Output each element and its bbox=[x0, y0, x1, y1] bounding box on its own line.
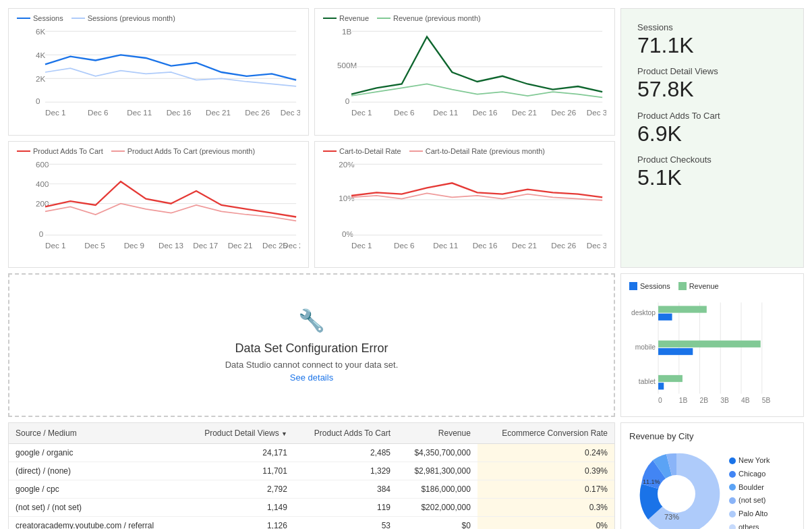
see-details-link[interactable]: See details bbox=[290, 372, 333, 383]
revenue-legend: Revenue Revenue (previous month) bbox=[323, 14, 606, 22]
table-cell: 1,126 bbox=[183, 517, 294, 529]
cart-legend-item1: Cart-to-Detail Rate bbox=[323, 147, 401, 155]
pie-label-notset: (not set) bbox=[738, 494, 765, 507]
adds-line-icon bbox=[17, 150, 30, 152]
svg-text:Dec 1: Dec 1 bbox=[45, 241, 65, 250]
sessions-legend-item2: Sessions (previous month) bbox=[71, 14, 175, 22]
pie-large-percent: 73% bbox=[664, 513, 679, 521]
col-header-patc: Product Adds To Cart bbox=[294, 423, 397, 444]
pie-small-percent: 11.1% bbox=[643, 478, 660, 485]
svg-text:Dec 21: Dec 21 bbox=[512, 241, 537, 250]
cart-legend-label2: Cart-to-Detail Rate (previous month) bbox=[426, 147, 545, 155]
adds-legend: Product Adds To Cart Product Adds To Car… bbox=[17, 147, 300, 155]
svg-text:5B: 5B bbox=[762, 397, 771, 404]
table-cell: 0.24% bbox=[477, 444, 614, 462]
svg-text:0: 0 bbox=[39, 229, 44, 238]
table-cell: 1,329 bbox=[294, 462, 397, 480]
bar-revenue-label: Revenue bbox=[689, 282, 719, 290]
adds-legend-item1: Product Adds To Cart bbox=[17, 147, 103, 155]
table-cell: google / cpc bbox=[9, 480, 183, 499]
sessions-chart-panel: Sessions Sessions (previous month) 6K 4K… bbox=[8, 8, 309, 136]
pie-chart-panel: Revenue by City 73% 11.1% bbox=[620, 422, 804, 529]
cart-legend-item2: Cart-to-Detail Rate (previous month) bbox=[409, 147, 545, 155]
table-cell: (direct) / (none) bbox=[9, 462, 183, 480]
pie-label-paloalto: Palo Alto bbox=[738, 507, 767, 521]
svg-text:Dec 31: Dec 31 bbox=[587, 241, 606, 250]
svg-text:4K: 4K bbox=[36, 51, 45, 59]
table-cell: 0% bbox=[477, 517, 614, 529]
data-table: Source / Medium Product Detail Views ▼ P… bbox=[9, 423, 614, 529]
svg-text:Dec 6: Dec 6 bbox=[394, 108, 414, 117]
svg-text:Dec 31: Dec 31 bbox=[587, 108, 606, 117]
revenue-legend-item2: Revenue (previous month) bbox=[377, 14, 481, 22]
svg-text:2K: 2K bbox=[36, 74, 45, 83]
svg-text:0%: 0% bbox=[342, 229, 353, 238]
table-cell: 2,485 bbox=[294, 444, 397, 462]
cart-rate-svg: 20% 10% 0% Dec 1 Dec 6 Dec 11 Dec 16 Dec… bbox=[323, 158, 606, 260]
adds-svg: 600 400 200 0 Dec 1 Dec 5 Dec 9 Dec 13 D… bbox=[17, 158, 300, 260]
adds-legend-item2: Product Adds To Cart (previous month) bbox=[111, 147, 255, 155]
pie-container: 73% 11.1% New York Chicago Boulder bbox=[629, 447, 795, 529]
sessions-stat-value: 71.1K bbox=[637, 32, 787, 58]
table-cell: $186,000,000 bbox=[397, 480, 477, 499]
adds-legend-label2: Product Adds To Cart (previous month) bbox=[127, 147, 255, 155]
col-header-pdv: Product Detail Views ▼ bbox=[183, 423, 294, 444]
pie-legend-others: others bbox=[729, 521, 770, 529]
bar-revenue-legend: Revenue bbox=[678, 282, 719, 290]
sort-icon: ▼ bbox=[281, 430, 287, 437]
wrench-icon: 🔧 bbox=[298, 308, 325, 333]
dashboard: Sessions Sessions (previous month) 6K 4K… bbox=[0, 0, 812, 529]
cart-line-icon bbox=[323, 150, 337, 152]
pie-legend-chicago: Chicago bbox=[729, 468, 770, 481]
bar-chart-svg: desktop mobile tablet 0 1B 2B 3B 4B 5B bbox=[629, 296, 795, 406]
table-cell: $4,350,700,000 bbox=[397, 444, 477, 462]
bar-chart-legend: Sessions Revenue bbox=[629, 282, 795, 290]
svg-text:0: 0 bbox=[658, 397, 662, 404]
sessions-line-icon bbox=[17, 18, 30, 19]
cart-legend-label1: Cart-to-Detail Rate bbox=[339, 147, 401, 155]
patc-stat-value: 6.9K bbox=[637, 121, 787, 146]
table-cell: google / organic bbox=[9, 444, 183, 462]
table-row: google / organic24,1712,485$4,350,700,00… bbox=[9, 444, 614, 462]
svg-text:1B: 1B bbox=[679, 397, 688, 404]
svg-text:Dec 31: Dec 31 bbox=[281, 108, 300, 117]
table-cell: 2,792 bbox=[183, 480, 294, 499]
col-header-revenue: Revenue bbox=[397, 423, 477, 444]
pie-donut-hole bbox=[658, 475, 695, 513]
svg-text:Dec 11: Dec 11 bbox=[433, 241, 458, 250]
desktop-revenue-bar bbox=[658, 306, 707, 313]
sessions-legend-item1: Sessions bbox=[17, 14, 63, 22]
svg-text:3B: 3B bbox=[720, 397, 729, 404]
bar-chart-panel: Sessions Revenue desktop mobile tablet 0… bbox=[620, 273, 804, 417]
pdv-stat-label: Product Detail Views bbox=[637, 66, 787, 76]
pie-legend-paloalto: Palo Alto bbox=[729, 507, 770, 521]
sessions-legend-label2: Sessions (previous month) bbox=[88, 14, 175, 22]
desktop-sessions-bar bbox=[658, 314, 672, 321]
revenue-prev-line-icon bbox=[377, 18, 390, 19]
svg-text:6K: 6K bbox=[36, 27, 45, 36]
pie-chart-title: Revenue by City bbox=[629, 431, 795, 441]
svg-text:Dec 16: Dec 16 bbox=[473, 108, 498, 117]
svg-text:Dec 11: Dec 11 bbox=[433, 108, 458, 117]
pie-dot-chicago bbox=[729, 471, 736, 478]
col-header-ecr: Ecommerce Conversion Rate bbox=[477, 423, 614, 444]
svg-text:Dec 6: Dec 6 bbox=[394, 241, 414, 250]
pie-dot-others bbox=[729, 524, 736, 529]
svg-text:Dec 1: Dec 1 bbox=[45, 108, 65, 117]
tablet-sessions-bar bbox=[658, 383, 664, 389]
table-cell: 0.17% bbox=[477, 480, 614, 499]
pdv-stat-value: 57.8K bbox=[637, 76, 787, 102]
svg-text:Dec 29: Dec 29 bbox=[283, 241, 300, 250]
bar-sessions-legend: Sessions bbox=[629, 282, 670, 290]
error-panel: 🔧 Data Set Configuration Error Data Stud… bbox=[8, 273, 615, 417]
table-row: (direct) / (none)11,7011,329$2,981,300,0… bbox=[9, 462, 614, 480]
bar-revenue-icon bbox=[678, 282, 687, 290]
sessions-svg: 6K 4K 2K 0 Dec 1 Dec 6 Dec 11 Dec 16 Dec… bbox=[17, 25, 300, 128]
svg-text:Dec 9: Dec 9 bbox=[124, 241, 144, 250]
revenue-svg: 1B 500M 0 Dec 1 Dec 6 Dec 11 Dec 16 Dec … bbox=[323, 25, 606, 128]
pie-dot-paloalto bbox=[729, 511, 736, 518]
pie-label-newyork: New York bbox=[738, 454, 770, 468]
table-cell: 0.39% bbox=[477, 462, 614, 480]
sessions-legend-label1: Sessions bbox=[33, 14, 63, 22]
error-description: Data Studio cannot connect to your data … bbox=[225, 360, 399, 370]
